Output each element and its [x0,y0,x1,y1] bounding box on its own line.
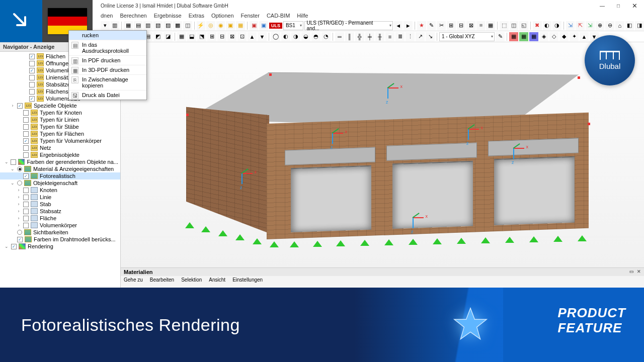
loadcase-combo[interactable]: BS1 [283,21,303,30]
toolbar-icon[interactable]: ▩ [173,21,182,30]
tree-item[interactable]: Fotorealistisch [0,172,120,179]
materials-menu-item[interactable]: Selektion [181,277,202,283]
tree-item[interactable]: Typen für Flächen [0,130,120,137]
checkbox[interactable] [29,68,35,73]
checkbox[interactable] [11,244,17,249]
toolbar-icon[interactable]: ▦ [124,21,133,30]
toolbar-icon[interactable]: ◑ [552,21,561,30]
context-menu-item[interactable]: ⎘In Zwischenablage kopieren [69,74,146,90]
toolbar-icon[interactable]: ◩ [153,32,163,41]
tree-item[interactable]: ›Volumenkörper [0,222,120,229]
star-icon[interactable]: ★ [417,21,426,30]
3d-viewport[interactable] [121,42,644,267]
checkbox[interactable] [23,188,29,193]
toolbar-icon[interactable]: ◎ [206,21,215,30]
toolbar-icon[interactable]: ◔ [321,32,331,41]
checkbox[interactable] [23,209,29,214]
checkbox[interactable] [29,54,35,59]
toolbar-icon[interactable]: ⊟ [217,32,226,41]
checkbox[interactable] [17,103,23,109]
materials-menu-item[interactable]: Ansicht [209,277,225,283]
tree-item[interactable]: ›Spezielle Objekte [0,102,120,109]
menu-item[interactable]: Hilfe [297,13,308,19]
lightning-icon[interactable]: ⚡ [197,21,206,30]
context-menu-header[interactable]: rucken [69,31,146,40]
checkbox[interactable] [17,237,23,242]
axis-icon[interactable]: ⇱ [576,21,585,30]
toolbar-icon[interactable]: ⊞ [207,32,216,41]
toolbar-icon[interactable]: ◑ [291,32,300,41]
toolbar-icon[interactable]: ◧ [625,21,634,30]
checkbox[interactable] [11,159,16,165]
toolbar-icon[interactable]: ═ [335,32,344,41]
checkbox[interactable] [23,110,29,116]
toolbar-icon[interactable]: ▣ [250,21,259,30]
toolbar-icon[interactable]: ▣ [226,21,235,30]
checkbox[interactable] [23,124,29,130]
menu-item[interactable]: Ergebnisse [154,13,182,19]
toolbar-icon[interactable]: ▥ [143,21,152,30]
checkbox[interactable] [23,138,29,144]
menu-item[interactable]: Extras [189,13,204,19]
checkbox[interactable] [23,223,29,228]
tree-item[interactable]: ⌄Rendering [0,243,120,250]
toolbar-icon[interactable]: ✎ [496,32,505,41]
toolbar-icon[interactable]: ⊞ [447,21,456,30]
toolbar-icon[interactable]: ▦ [509,32,518,41]
toolbar-icon[interactable]: ◈ [539,32,548,41]
toolbar-icon[interactable]: ↗ [416,32,425,41]
checkbox[interactable] [29,61,35,66]
toolbar-icon[interactable]: ⊖ [605,21,614,30]
tree-item[interactable]: Typen für Stäbe [0,123,120,130]
checkbox[interactable] [23,117,29,123]
prev-icon[interactable]: ◄ [394,21,403,30]
window-minimize[interactable]: — [595,1,610,11]
toolbar-icon[interactable]: ╫ [375,32,384,41]
context-menu-item[interactable]: ▦In 3D-PDF drucken [69,65,146,74]
checkbox[interactable] [23,195,29,200]
menu-item[interactable]: Fenster [241,13,260,19]
toolbar-icon[interactable]: ▣ [259,21,268,30]
panel-close-icon[interactable]: ✕ [637,269,641,275]
tree-item[interactable]: Typen für Knoten [0,109,120,116]
tree-item[interactable]: Farben im Drahtmodell berücks... [0,236,120,243]
menu-item[interactable]: Optionen [211,13,234,19]
checkbox[interactable] [23,152,29,158]
radio[interactable] [17,166,22,171]
toolbar-icon[interactable]: ⊟ [457,21,466,30]
toolbar-icon[interactable]: ◓ [311,32,320,41]
menu-item[interactable]: CAD-BIM [267,13,290,19]
toolbar-icon[interactable]: ▧ [153,21,163,30]
toolbar-icon[interactable]: ╪ [365,32,374,41]
toolbar-icon[interactable]: ✎ [427,21,436,30]
checkbox[interactable] [29,89,35,95]
tree-item[interactable]: ›Linie [0,194,120,201]
next-icon[interactable]: ► [404,21,413,30]
toolbar-icon[interactable]: ⬔ [197,32,206,41]
axis-icon[interactable]: ⇲ [566,21,575,30]
toolbar-icon[interactable]: ║ [345,32,354,41]
toolbar-icon[interactable]: ⬚ [500,21,509,30]
tree-item[interactable]: Typen für Volumenkörper [0,137,120,144]
radio[interactable] [17,180,22,186]
toolbar-icon[interactable]: ≣ [395,32,405,41]
checkbox[interactable] [23,173,29,179]
toolbar-icon[interactable]: ◪ [164,32,173,41]
toolbar-icon[interactable]: ◨ [635,21,644,30]
window-close[interactable]: ✕ [627,1,642,11]
toolbar-icon[interactable]: ▦ [236,21,245,30]
tree-item[interactable]: ›Fläche [0,215,120,222]
checkbox[interactable] [23,145,29,151]
checkbox[interactable] [23,202,29,207]
toolbar-icon[interactable]: ╬ [355,32,364,41]
toolbar-icon[interactable]: ▦ [177,32,186,41]
checkbox[interactable] [23,216,29,221]
panel-pin-icon[interactable]: ▭ [629,269,634,275]
checkbox[interactable] [29,82,35,87]
toolbar-icon[interactable]: ▾ [101,21,110,30]
materials-menu-item[interactable]: Bearbeiten [150,277,174,283]
toolbar-icon[interactable]: ⊠ [227,32,236,41]
tree-item[interactable]: Sichtbarkeiten [0,229,120,236]
toolbar-icon[interactable]: ▦ [519,32,528,41]
toolbar-icon[interactable]: ⬓ [187,32,196,41]
